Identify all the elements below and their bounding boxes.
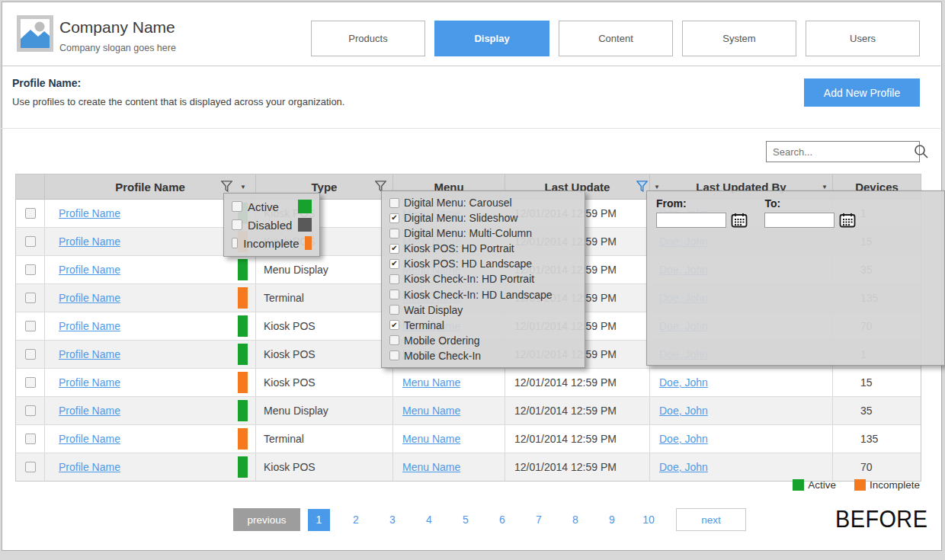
page-title: Profile Name: [12, 77, 81, 89]
type-cell: Menu Display [256, 256, 393, 283]
menu-filter-checkbox[interactable] [389, 229, 399, 238]
updated-by-link[interactable]: Doe, John [659, 405, 708, 417]
menu-filter-option: ✔Kiosk POS: HD Portrait [389, 242, 577, 254]
row-checkbox[interactable] [25, 236, 36, 247]
row-checkbox[interactable] [25, 264, 36, 275]
status-filter-checkbox[interactable] [232, 219, 242, 230]
nav-tab-products[interactable]: Products [311, 21, 425, 56]
add-new-profile-button[interactable]: Add New Profile [804, 78, 920, 107]
page-link-6[interactable]: 6 [484, 514, 521, 526]
status-filter-panel: ActiveDisabledIncomplete [223, 193, 320, 257]
profile-name-link[interactable]: Profile Name [59, 320, 120, 332]
status-filter-label: Disabled [248, 219, 292, 232]
from-date-input[interactable] [656, 213, 726, 228]
row-select-cell [16, 228, 45, 255]
row-checkbox[interactable] [25, 405, 36, 416]
profile-name-link[interactable]: Profile Name [59, 348, 120, 360]
type-value: Kiosk POS [264, 376, 316, 389]
status-filter-label: Incomplete [243, 237, 299, 250]
next-page-button[interactable]: next [676, 508, 746, 531]
menu-filter-checkbox[interactable] [389, 274, 399, 284]
profile-name-link[interactable]: Profile Name [59, 376, 120, 389]
row-select-cell [16, 369, 45, 396]
menu-filter-checkbox[interactable]: ✔ [389, 320, 399, 330]
calendar-icon[interactable] [731, 213, 748, 228]
devices-cell: 35 [833, 397, 921, 424]
previous-page-button[interactable]: previous [233, 508, 300, 531]
page-link-3[interactable]: 3 [374, 514, 411, 526]
status-color-swatch [298, 218, 312, 232]
menu-filter-checkbox[interactable] [389, 290, 399, 299]
status-filter-checkbox[interactable] [232, 238, 238, 248]
last-update-cell: 12/01/2014 12:59 PM [505, 397, 650, 424]
menu-filter-checkbox[interactable] [389, 198, 399, 208]
table-row: Profile NameTerminalMenu Name12/01/2014 … [16, 425, 921, 453]
profile-name-link[interactable]: Profile Name [59, 292, 120, 304]
row-checkbox[interactable] [25, 293, 36, 303]
menu-filter-checkbox[interactable]: ✔ [389, 259, 399, 269]
status-filter-option-disabled: Disabled [232, 218, 312, 232]
filter-funnel-icon[interactable] [221, 181, 232, 192]
menu-filter-label: Digital Menu: Carousel [404, 197, 512, 209]
search-input[interactable] [767, 146, 913, 158]
profile-name-link[interactable]: Profile Name [59, 433, 120, 445]
page-link-4[interactable]: 4 [411, 514, 447, 526]
row-select-cell [16, 200, 45, 227]
last-update-value: 12/01/2014 12:59 PM [514, 376, 617, 389]
calendar-icon[interactable] [839, 213, 856, 228]
nav-tab-users[interactable]: Users [806, 21, 920, 56]
row-select-cell [16, 453, 45, 481]
nav-tab-content[interactable]: Content [559, 21, 673, 56]
row-checkbox[interactable] [25, 434, 36, 444]
type-value: Kiosk POS [264, 320, 316, 332]
updated-by-link[interactable]: Doe, John [659, 461, 708, 473]
row-checkbox[interactable] [25, 321, 36, 331]
status-filter-checkbox[interactable] [232, 201, 242, 212]
row-checkbox[interactable] [25, 377, 36, 388]
profile-name-link[interactable]: Profile Name [59, 235, 120, 248]
profile-name-link[interactable]: Profile Name [59, 461, 120, 473]
menu-name-link[interactable]: Menu Name [402, 405, 460, 417]
menu-name-link[interactable]: Menu Name [402, 376, 460, 389]
menu-filter-checkbox[interactable]: ✔ [389, 213, 399, 223]
row-select-cell [16, 256, 45, 283]
page-link-10[interactable]: 10 [630, 514, 667, 526]
menu-filter-checkbox[interactable] [389, 305, 399, 315]
devices-value: 35 [860, 405, 873, 417]
profile-name-link[interactable]: Profile Name [59, 264, 120, 276]
search-icon[interactable] [913, 143, 930, 160]
updated-by-cell: Doe, John [650, 369, 833, 396]
from-label: From: [656, 197, 748, 210]
menu-name-link[interactable]: Menu Name [402, 461, 460, 473]
page-link-5[interactable]: 5 [447, 514, 484, 526]
status-filter-option-incomplete: Incomplete [232, 236, 312, 250]
menu-filter-checkbox[interactable] [389, 335, 399, 345]
page-link-1[interactable]: 1 [308, 509, 330, 531]
type-cell: Kiosk POS [256, 369, 393, 396]
page-link-9[interactable]: 9 [594, 514, 630, 526]
row-checkbox[interactable] [25, 462, 36, 472]
to-date-input[interactable] [764, 213, 834, 228]
page-link-2[interactable]: 2 [338, 514, 374, 526]
menu-filter-option: Mobile Ordering [389, 334, 577, 347]
page-link-8[interactable]: 8 [557, 514, 594, 526]
menu-name-link[interactable]: Menu Name [402, 433, 460, 445]
profile-name-link[interactable]: Profile Name [59, 405, 120, 417]
profile-name-link[interactable]: Profile Name [59, 207, 120, 219]
type-cell: Menu Display [256, 397, 393, 424]
row-checkbox[interactable] [25, 349, 36, 360]
nav-tab-system[interactable]: System [682, 21, 796, 56]
status-bar-incomplete [238, 287, 248, 309]
devices-cell: 135 [833, 425, 921, 453]
updated-by-link[interactable]: Doe, John [659, 433, 708, 445]
before-label: BEFORE [835, 506, 927, 533]
updated-by-link[interactable]: Doe, John [659, 376, 708, 389]
nav-tab-display[interactable]: Display [434, 21, 549, 56]
sort-caret-icon[interactable]: ▼ [822, 184, 828, 190]
menu-filter-checkbox[interactable] [389, 350, 399, 360]
sort-caret-icon[interactable]: ▼ [240, 184, 246, 190]
last-update-cell: 12/01/2014 12:59 PM [505, 453, 650, 481]
row-checkbox[interactable] [25, 208, 36, 219]
menu-filter-checkbox[interactable]: ✔ [389, 244, 399, 254]
page-link-7[interactable]: 7 [521, 514, 557, 526]
